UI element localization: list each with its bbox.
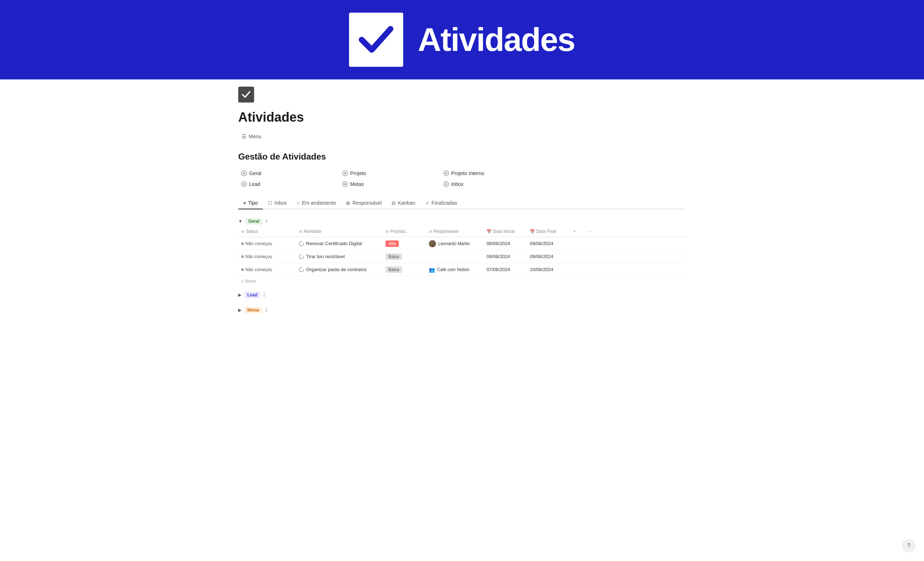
cell-add-3 [570, 268, 585, 271]
cell-task-2[interactable]: Tirar lixo reciclável [296, 252, 382, 261]
date-end-1: 09/08/2024 [530, 241, 554, 246]
task-name-2: Tirar lixo reciclável [306, 254, 345, 259]
hero-checkmark-icon [358, 25, 394, 54]
group-header-geral[interactable]: ▼ Geral 3 [238, 215, 686, 226]
category-icon-inbox [443, 181, 449, 187]
tab-inbox-icon: ☐ [268, 200, 272, 206]
cell-status-1[interactable]: Não começou [238, 239, 296, 248]
task-cycle-icon-3 [299, 267, 304, 272]
page-title: Atividades [238, 105, 686, 132]
col-header-prioridade: ⊕ Priorida... [382, 227, 426, 236]
tab-finalizadas[interactable]: ✓ Finalizadas [420, 197, 462, 209]
cell-status-3[interactable]: Não começou [238, 266, 296, 274]
tab-tipo-icon: ≡ [243, 200, 246, 206]
cell-task-1[interactable]: Renovar Certificado Digital [296, 239, 382, 248]
cell-more-2 [585, 255, 599, 258]
page-container: Atividades ☰ Menu Gestão de Atividades G… [209, 80, 715, 316]
cell-priority-2[interactable]: Baixa [382, 252, 426, 261]
category-label-geral: Geral [249, 170, 261, 176]
prioridade-header-icon: ⊕ [386, 229, 389, 234]
hero-title: Atividades [418, 21, 574, 58]
task-name-3: Organizar pasta de contratos [306, 267, 367, 272]
category-label-inbox: Inbox [451, 181, 464, 187]
cell-priority-3[interactable]: Baixa [382, 265, 426, 274]
col-header-more[interactable]: ··· [585, 227, 599, 236]
data-final-header-label: Data Final [536, 229, 556, 234]
tab-kanban[interactable]: ⊟ Kanban [387, 197, 420, 209]
date-end-3: 10/08/2024 [530, 267, 554, 272]
tab-responsavel-label: Responsável [352, 200, 381, 206]
col-header-status: ⊕ Status [238, 227, 296, 236]
tab-responsavel[interactable]: ⊞ Responsável [341, 197, 387, 209]
data-inicial-header-icon: 📅 [486, 229, 492, 234]
tab-responsavel-icon: ⊞ [346, 200, 350, 206]
atividade-header-label: Atividade [303, 229, 321, 234]
menu-label: Menu [249, 134, 261, 140]
tab-kanban-icon: ⊟ [392, 200, 396, 206]
category-link-projeto-interno[interactable]: Projeto Interno [440, 169, 686, 178]
category-link-metas[interactable]: Metas [339, 180, 440, 189]
responsavel-header-icon: ⊕ [429, 229, 432, 234]
category-label-lead: Lead [249, 181, 260, 187]
status-text-3: Não começou [245, 267, 272, 272]
category-link-geral[interactable]: Geral [238, 169, 339, 178]
cell-priority-1[interactable]: Alta [382, 239, 426, 248]
tab-kanban-label: Kanban [398, 200, 415, 206]
priority-badge-2: Baixa [386, 254, 402, 260]
cell-status-2[interactable]: Não começou [238, 252, 296, 261]
col-header-data-inicial: 📅 Data Inicial [484, 227, 527, 236]
date-start-1: 06/08/2024 [486, 241, 510, 246]
data-inicial-header-label: Data Inicial [493, 229, 514, 234]
tab-em-andamento-icon: ○ [297, 200, 300, 206]
menu-button[interactable]: ☰ Menu [238, 132, 265, 141]
page-icon-row [238, 80, 686, 105]
status-dot-3 [241, 268, 244, 271]
avatar-1 [429, 240, 436, 247]
group-badge-lead: Lead [244, 292, 260, 298]
group-toggle-metas: ▶ [238, 308, 242, 313]
category-label-projeto: Projeto [350, 170, 366, 176]
cell-add-2 [570, 255, 585, 258]
add-new-row[interactable]: + Novo [238, 276, 686, 286]
group-badge-geral: Geral [245, 218, 262, 225]
group-header-metas[interactable]: ▶ Metas 2 [238, 304, 686, 316]
cell-date-start-1: 06/08/2024 [484, 239, 527, 248]
group-avatar-3: 👥 [429, 267, 435, 273]
cell-responsible-2[interactable] [426, 255, 484, 258]
category-icon-lead [241, 181, 247, 187]
cell-date-end-1: 09/08/2024 [527, 239, 570, 248]
cell-date-end-2: 09/08/2024 [527, 252, 570, 261]
col-header-atividade: ⊕ Atividade [296, 227, 382, 236]
group-header-lead[interactable]: ▶ Lead 2 [238, 289, 686, 301]
group-count-lead: 2 [263, 292, 266, 297]
cell-responsible-3[interactable]: 👥 Café com Notion [426, 266, 484, 274]
category-icon-geral [241, 170, 247, 176]
prioridade-header-label: Priorida... [390, 229, 409, 234]
atividade-header-icon: ⊕ [299, 229, 302, 234]
category-icon-projeto-interno [443, 170, 449, 176]
cell-date-start-3: 07/08/2024 [484, 266, 527, 274]
cell-responsible-1[interactable]: Leonardo Martin [426, 238, 484, 249]
status-header-label: Status [246, 229, 258, 234]
tab-em-andamento[interactable]: ○ Em andamento [292, 197, 342, 209]
add-new-label: + Novo [241, 278, 256, 284]
category-link-projeto[interactable]: Projeto [339, 169, 440, 178]
col-header-data-final: 📅 Data Final [527, 227, 570, 236]
task-cycle-icon-1 [299, 241, 304, 246]
table-row: Não começou Organizar pasta de contratos… [238, 263, 686, 276]
cell-date-end-3: 10/08/2024 [527, 266, 570, 274]
category-link-lead[interactable]: Lead [238, 180, 339, 189]
tab-tipo[interactable]: ≡ Tipo [238, 197, 263, 209]
cell-task-3[interactable]: Organizar pasta de contratos [296, 266, 382, 274]
category-label-metas: Metas [350, 181, 364, 187]
group-toggle-geral: ▼ [238, 219, 243, 224]
tabs-row: ≡ Tipo ☐ Inbox ○ Em andamento ⊞ Responsá… [238, 197, 686, 209]
cell-add-1 [570, 242, 585, 245]
category-icon-metas [342, 181, 348, 187]
task-cycle-icon-2 [299, 254, 304, 259]
category-link-inbox[interactable]: Inbox [440, 180, 686, 189]
tab-em-andamento-label: Em andamento [302, 200, 336, 206]
hero-logo-box [349, 13, 403, 67]
tab-inbox[interactable]: ☐ Inbox [263, 197, 292, 209]
col-header-add[interactable]: + [570, 227, 585, 236]
